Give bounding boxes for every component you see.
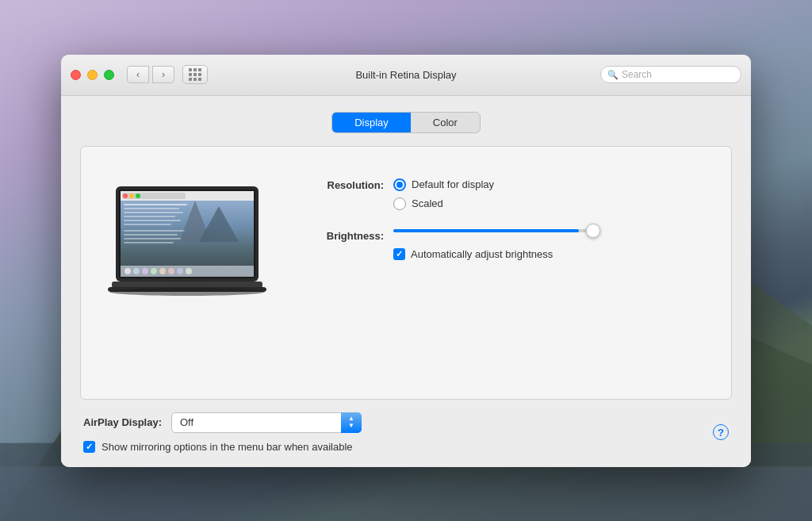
svg-rect-13 xyxy=(124,204,187,205)
bottom-area: AirPlay Display: Off On ▲ ▼ xyxy=(80,412,732,453)
all-preferences-button[interactable] xyxy=(182,65,208,84)
nav-buttons: ‹ › xyxy=(127,66,174,83)
search-icon: 🔍 xyxy=(607,70,619,80)
macbook-illustration xyxy=(100,178,274,305)
minimize-button[interactable] xyxy=(87,70,98,80)
svg-rect-16 xyxy=(124,216,175,217)
svg-point-30 xyxy=(159,268,166,274)
svg-point-29 xyxy=(151,268,157,274)
search-box[interactable]: 🔍 Search xyxy=(600,66,741,83)
traffic-lights xyxy=(71,70,114,80)
brightness-slider-track[interactable] xyxy=(393,229,599,232)
brightness-row: Brightness: ✓ Automaticall xyxy=(306,229,707,260)
titlebar: ‹ › Built-in Retina Display 🔍 Search xyxy=(61,55,751,96)
svg-point-28 xyxy=(142,268,148,274)
auto-brightness-label: Automatically adjust brightness xyxy=(411,248,553,260)
forward-button[interactable]: › xyxy=(152,66,174,83)
mirroring-checkbox[interactable]: ✓ xyxy=(83,441,95,453)
resolution-controls: Default for display Scaled xyxy=(393,178,494,210)
maximize-button[interactable] xyxy=(104,70,114,80)
resolution-default-option[interactable]: Default for display xyxy=(393,178,494,191)
mirroring-label: Show mirroring options in the menu bar w… xyxy=(102,441,353,453)
svg-point-31 xyxy=(168,268,174,274)
tab-display[interactable]: Display xyxy=(332,113,411,132)
resolution-scaled-label: Scaled xyxy=(412,197,443,209)
svg-rect-15 xyxy=(124,212,183,213)
brightness-label: Brightness: xyxy=(306,229,393,242)
resolution-default-radio[interactable] xyxy=(393,178,406,191)
svg-rect-18 xyxy=(124,224,171,225)
svg-point-36 xyxy=(109,288,265,296)
search-placeholder: Search xyxy=(622,69,652,80)
auto-brightness-checkbox[interactable]: ✓ xyxy=(393,248,405,260)
resolution-label: Resolution: xyxy=(306,178,393,191)
svg-rect-21 xyxy=(124,238,182,239)
back-button[interactable]: ‹ xyxy=(127,66,149,83)
svg-point-12 xyxy=(136,193,140,198)
svg-rect-19 xyxy=(124,230,186,232)
resolution-scaled-option[interactable]: Scaled xyxy=(393,197,494,210)
svg-rect-20 xyxy=(124,234,178,236)
footer-row: AirPlay Display: Off On ▲ ▼ xyxy=(83,412,729,453)
airplay-row: AirPlay Display: Off On ▲ ▼ xyxy=(83,412,713,433)
airplay-select[interactable]: Off On xyxy=(171,412,362,433)
svg-point-32 xyxy=(177,268,183,274)
help-button[interactable]: ? xyxy=(713,424,729,440)
brightness-slider-fill xyxy=(393,229,579,232)
tabs: Display Color xyxy=(331,112,481,133)
brightness-slider-thumb[interactable] xyxy=(586,224,600,238)
grid-icon xyxy=(189,68,202,82)
svg-rect-17 xyxy=(124,220,181,221)
resolution-default-label: Default for display xyxy=(412,178,494,190)
svg-point-33 xyxy=(186,268,192,274)
radio-inner-dot xyxy=(396,182,403,188)
tab-color[interactable]: Color xyxy=(411,113,480,132)
brightness-slider-container xyxy=(393,229,599,232)
mirroring-checkmark-icon: ✓ xyxy=(86,442,93,451)
mirroring-row[interactable]: ✓ Show mirroring options in the menu bar… xyxy=(83,441,713,453)
brightness-controls: ✓ Automatically adjust brightness xyxy=(393,229,599,260)
svg-rect-34 xyxy=(112,282,262,288)
airplay-select-container: Off On ▲ ▼ xyxy=(171,412,362,433)
content-area: Display Color xyxy=(61,96,751,467)
resolution-row: Resolution: Default for display Scaled xyxy=(306,178,707,210)
close-button[interactable] xyxy=(71,70,81,80)
auto-brightness-option[interactable]: ✓ Automatically adjust brightness xyxy=(393,248,599,260)
svg-rect-3 xyxy=(0,466,812,521)
svg-point-11 xyxy=(129,193,134,198)
svg-rect-14 xyxy=(124,208,179,209)
svg-point-26 xyxy=(124,268,131,274)
checkmark-icon: ✓ xyxy=(396,250,403,259)
resolution-scaled-radio[interactable] xyxy=(393,197,406,210)
left-section: AirPlay Display: Off On ▲ ▼ xyxy=(83,412,713,453)
window-title: Built-in Retina Display xyxy=(355,69,456,81)
svg-point-27 xyxy=(133,268,140,274)
settings-area: Resolution: Default for display Scaled xyxy=(306,170,707,375)
display-panel: Resolution: Default for display Scaled xyxy=(80,146,732,400)
airplay-label: AirPlay Display: xyxy=(83,416,162,428)
system-preferences-window: ‹ › Built-in Retina Display 🔍 Search Dis… xyxy=(61,55,751,467)
macbook-area xyxy=(100,170,274,375)
svg-point-10 xyxy=(123,193,128,198)
tabs-container: Display Color xyxy=(80,112,732,133)
svg-rect-22 xyxy=(124,242,174,243)
